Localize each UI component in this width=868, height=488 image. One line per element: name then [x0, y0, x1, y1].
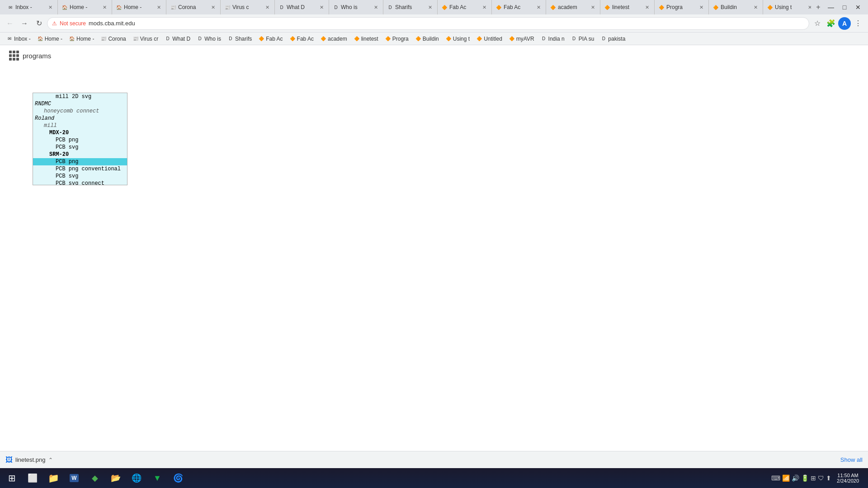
system-clock[interactable]: 11:50 AM 2/24/2020	[833, 473, 863, 483]
bookmark-item[interactable]: D Sharifs	[225, 35, 255, 43]
maximize-button[interactable]: □	[838, 1, 851, 14]
forward-button[interactable]: →	[18, 17, 31, 30]
omnibar: ← → ↻ ⚠ Not secure mods.cba.mit.edu ☆ 🧩 …	[0, 14, 868, 33]
profile-avatar[interactable]: A	[838, 17, 851, 30]
bookmark-item[interactable]: 📰 Virus cr	[130, 35, 161, 43]
taskbar-green-app[interactable]: ◆	[85, 469, 105, 487]
tab-close-button[interactable]: ✕	[643, 4, 651, 11]
dropdown-item[interactable]: mill 2D svg	[33, 93, 127, 100]
bookmark-favicon: 🔶	[385, 36, 391, 42]
clock-date: 2/24/2020	[837, 478, 859, 483]
dropdown-item[interactable]: PCB svg	[33, 144, 127, 151]
tab-close-button[interactable]: ✕	[698, 4, 705, 11]
taskbar-browser2[interactable]: 🌀	[168, 469, 188, 487]
address-bar[interactable]: ⚠ Not secure mods.cba.mit.edu	[47, 17, 809, 30]
bookmark-item[interactable]: 🔶 Untitled	[473, 35, 505, 43]
programs-dropdown[interactable]: mill 2D svgRNDMChoneycomb connectRolandm…	[33, 93, 127, 185]
tab-virus[interactable]: 📰 Virus c ✕	[221, 0, 275, 14]
taskbar-file-explorer[interactable]: 📁	[43, 469, 63, 487]
bookmark-button[interactable]: ☆	[811, 17, 824, 30]
bookmark-item[interactable]: 🏠 Home -	[34, 35, 65, 43]
tab-fabac1[interactable]: 🔶 Fab Ac ✕	[438, 0, 492, 14]
bookmark-item[interactable]: 🔶 Fab Ac	[255, 35, 285, 43]
bookmark-item[interactable]: 📰 Corona	[98, 35, 128, 43]
tray-more-icon[interactable]: ⊞	[811, 474, 816, 482]
bookmark-item[interactable]: 🔶 Buildin	[412, 35, 442, 43]
tab-close-button[interactable]: ✕	[535, 4, 542, 11]
download-file-icon: 🖼	[5, 456, 13, 464]
bookmark-label: Untitled	[484, 36, 502, 42]
bookmark-item[interactable]: D pakista	[598, 35, 628, 43]
dropdown-item[interactable]: PCB svg connect	[33, 180, 127, 185]
new-tab-button[interactable]: +	[812, 1, 825, 14]
account-button[interactable]: A	[838, 17, 851, 30]
minimize-button[interactable]: —	[825, 1, 837, 14]
tab-close-button[interactable]: ✕	[209, 4, 217, 11]
tab-close-button[interactable]: ✕	[481, 4, 488, 11]
tab-close-button[interactable]: ✕	[264, 4, 271, 11]
bookmark-item[interactable]: 🔶 myAVR	[506, 35, 537, 43]
dropdown-item[interactable]: PCB png conventional	[33, 165, 127, 173]
extensions-button[interactable]: 🧩	[825, 17, 837, 30]
tab-progra[interactable]: 🔶 Progra ✕	[655, 0, 709, 14]
tab-linetest[interactable]: 🔶 linetest ✕	[600, 0, 655, 14]
close-button[interactable]: ✕	[852, 1, 864, 14]
tab-close-button[interactable]: ✕	[806, 4, 811, 11]
show-all-button[interactable]: Show all	[840, 456, 863, 463]
download-chevron-icon[interactable]: ⌃	[48, 457, 53, 463]
tab-inbox[interactable]: ✉ Inbox - ✕	[4, 0, 58, 14]
taskbar-word[interactable]: W	[64, 469, 84, 487]
dropdown-item[interactable]: mill	[33, 122, 127, 129]
dropdown-item[interactable]: Roland	[33, 115, 127, 122]
tab-close-button[interactable]: ✕	[752, 4, 759, 11]
bookmark-item[interactable]: 🔶 Fab Ac	[287, 35, 316, 43]
dropdown-item[interactable]: RNDMC	[33, 100, 127, 108]
tab-close-button[interactable]: ✕	[372, 4, 379, 11]
bookmark-item[interactable]: D Who is	[194, 35, 224, 43]
bookmark-item[interactable]: 🔶 Progra	[382, 35, 411, 43]
dropdown-item[interactable]: PCB png	[33, 136, 127, 144]
dropdown-item[interactable]: honeycomb connect	[33, 108, 127, 115]
taskbar-search-button[interactable]: ⬜	[23, 469, 42, 487]
bookmark-label: Home -	[76, 36, 94, 42]
tab-close-button[interactable]: ✕	[101, 4, 108, 11]
tab-close-button[interactable]: ✕	[426, 4, 434, 11]
tab-home1[interactable]: 🏠 Home - ✕	[58, 0, 112, 14]
apps-icon[interactable]	[9, 51, 19, 61]
tab-corona[interactable]: 📰 Corona ✕	[166, 0, 221, 14]
tab-using[interactable]: 🔶 Using t ✕	[763, 0, 811, 14]
taskbar-chrome[interactable]: 🌐	[127, 469, 146, 487]
bookmark-item[interactable]: 🔶 Using t	[443, 35, 472, 43]
dropdown-item[interactable]: MDX-20	[33, 129, 127, 136]
dropdown-item[interactable]: PCB svg	[33, 173, 127, 180]
settings-button[interactable]: ⋮	[852, 17, 864, 30]
tab-sharifs[interactable]: D Sharifs ✕	[383, 0, 438, 14]
tab-fabac2[interactable]: 🔶 Fab Ac ✕	[492, 0, 546, 14]
tab-whatd[interactable]: D What D ✕	[275, 0, 329, 14]
tab-academ[interactable]: 🔶 academ ✕	[546, 0, 600, 14]
back-button[interactable]: ←	[4, 17, 16, 30]
dropdown-item[interactable]: PCB png	[33, 158, 127, 165]
tab-home2[interactable]: 🏠 Home - ✕	[112, 0, 166, 14]
bookmark-item[interactable]: ✉ Inbox -	[4, 35, 33, 43]
bookmark-favicon: 🔶	[415, 36, 421, 42]
start-button[interactable]: ⊞	[2, 469, 22, 487]
tab-close-button[interactable]: ✕	[47, 4, 54, 11]
taskbar-folder[interactable]: 📂	[106, 469, 126, 487]
tab-buildin[interactable]: 🔶 Buildin ✕	[709, 0, 763, 14]
bookmark-item[interactable]: D India n	[538, 35, 567, 43]
security-icon: ⚠	[52, 20, 57, 27]
bookmark-item[interactable]: 🏠 Home -	[66, 35, 97, 43]
tab-close-button[interactable]: ✕	[155, 4, 162, 11]
tab-whois[interactable]: D Who is ✕	[329, 0, 383, 14]
refresh-button[interactable]: ↻	[33, 17, 45, 30]
bookmark-item[interactable]: D PIA su	[568, 35, 597, 43]
taskbar-torrent[interactable]: ▼	[147, 469, 167, 487]
bookmark-item[interactable]: 🔶 linetest	[351, 35, 381, 43]
bookmark-item[interactable]: D What D	[162, 35, 193, 43]
title-bar: ✉ Inbox - ✕🏠 Home - ✕🏠 Home - ✕📰 Corona …	[0, 0, 868, 14]
tab-close-button[interactable]: ✕	[318, 4, 325, 11]
dropdown-item[interactable]: SRM-20	[33, 151, 127, 158]
tab-close-button[interactable]: ✕	[589, 4, 596, 11]
bookmark-item[interactable]: 🔶 academ	[317, 35, 350, 43]
